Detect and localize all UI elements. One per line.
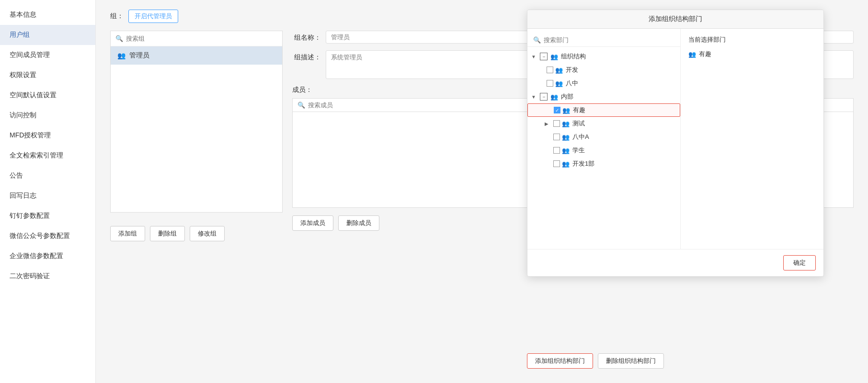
tree-node-icon-0: 👥	[550, 53, 558, 60]
search-group-input[interactable]	[126, 35, 277, 42]
tree-node-icon-6: 👥	[562, 134, 570, 141]
sidebar-item-basic-info[interactable]: 基本信息	[0, 5, 95, 25]
tree-node-8[interactable]: 👥开发1部	[527, 157, 680, 170]
tree-checkbox-4[interactable]: ✓	[554, 107, 560, 113]
sidebar-item-writeback-log[interactable]: 回写日志	[0, 186, 95, 206]
modify-group-button[interactable]: 修改组	[190, 226, 225, 241]
delete-member-button[interactable]: 删除成员	[338, 215, 379, 231]
tree-node-3[interactable]: ▼－👥内部	[527, 90, 680, 103]
tree-node-icon-1: 👥	[555, 67, 563, 74]
tree-node-0[interactable]: ▼－👥组织结构	[527, 50, 680, 63]
tree-checkbox-7[interactable]	[553, 147, 560, 154]
tree-toggle-btn-3[interactable]: －	[540, 93, 548, 101]
search-group-icon: 🔍	[115, 35, 123, 42]
confirm-button[interactable]: 确定	[783, 255, 816, 270]
search-group-box: 🔍	[111, 31, 282, 46]
tree-node-2[interactable]: 👥八中	[527, 77, 680, 90]
group-desc-label: 组描述：	[292, 50, 321, 62]
sidebar-item-second-password[interactable]: 二次密码验证	[0, 266, 95, 286]
add-org-dept-popup: 添加组织结构部门 🔍 ▼－👥组织结构👥开发👥八中▼－👥内部✓👥有趣▶👥测试👥八中…	[527, 10, 824, 277]
popup-tree-panel: 🔍 ▼－👥组织结构👥开发👥八中▼－👥内部✓👥有趣▶👥测试👥八中A👥学生👥开发1部	[527, 29, 681, 249]
tree-node-5[interactable]: ▶👥测试	[527, 117, 680, 130]
group-name-label: 组名称：	[292, 31, 321, 42]
right-item-0: 👥有趣	[688, 50, 816, 58]
tree-node-4[interactable]: ✓👥有趣	[527, 103, 680, 117]
tree-node-label-7: 学生	[572, 146, 585, 155]
group-list-panel: 🔍 👥 管理员	[110, 31, 283, 213]
main-content: 组： 开启代管理员 🔍 👥 管理员 组名称： 组描述：	[96, 0, 868, 383]
add-org-dept-button[interactable]: 添加组织结构部门	[527, 353, 593, 369]
add-group-button[interactable]: 添加组	[110, 226, 145, 241]
popup-right-title: 当前选择部门	[688, 35, 816, 44]
right-item-label-0: 有趣	[699, 50, 711, 58]
tree-node-icon-5: 👥	[562, 120, 570, 127]
tree-node-label-3: 内部	[561, 92, 573, 101]
right-item-icon-0: 👥	[688, 51, 696, 58]
tree-checkbox-8[interactable]	[553, 160, 560, 167]
tree-node-6[interactable]: 👥八中A	[527, 130, 680, 144]
tree-checkbox-2[interactable]	[547, 80, 553, 87]
tree-node-icon-7: 👥	[562, 147, 570, 154]
sidebar-item-access-control[interactable]: 访问控制	[0, 105, 95, 125]
sidebar-item-dingtalk-config[interactable]: 钉钉参数配置	[0, 206, 95, 226]
popup-search-input[interactable]	[544, 36, 674, 44]
sidebar-item-mfd-auth[interactable]: MFD授权管理	[0, 125, 95, 146]
tree-checkbox-6[interactable]	[553, 134, 560, 140]
people-icon: 👥	[117, 52, 126, 59]
org-dept-btn-row: 添加组织结构部门 删除组织结构部门	[527, 353, 664, 369]
group-list-item-manager[interactable]: 👥 管理员	[111, 46, 282, 65]
group-label: 组：	[110, 12, 124, 21]
tree-arrow-3: ▼	[531, 94, 538, 100]
right-items-container: 👥有趣	[688, 50, 816, 58]
group-name-manager: 管理员	[129, 51, 149, 60]
sidebar-item-enterprise-wechat[interactable]: 企业微信参数配置	[0, 246, 95, 266]
tree-node-label-4: 有趣	[573, 106, 585, 114]
tree-node-label-0: 组织结构	[561, 52, 586, 61]
sidebar-item-permission[interactable]: 权限设置	[0, 65, 95, 85]
sidebar-item-user-group[interactable]: 用户组	[0, 25, 95, 45]
tree-node-7[interactable]: 👥学生	[527, 144, 680, 157]
tree-arrow-5: ▶	[545, 121, 551, 126]
sidebar-item-space-default[interactable]: 空间默认值设置	[0, 85, 95, 105]
tree-node-label-1: 开发	[566, 66, 578, 74]
popup-search-box: 🔍	[527, 34, 680, 47]
tree-node-icon-2: 👥	[555, 80, 563, 87]
popup-body: 🔍 ▼－👥组织结构👥开发👥八中▼－👥内部✓👥有趣▶👥测试👥八中A👥学生👥开发1部…	[527, 29, 823, 249]
sidebar-item-wechat-config[interactable]: 微信公众号参数配置	[0, 226, 95, 246]
delete-group-button[interactable]: 删除组	[150, 226, 185, 241]
tree-node-1[interactable]: 👥开发	[527, 63, 680, 77]
tree-toggle-btn-0[interactable]: －	[540, 53, 548, 60]
tree-node-label-8: 开发1部	[572, 159, 594, 168]
tree-node-label-6: 八中A	[572, 133, 589, 141]
tree-checkbox-1[interactable]	[547, 67, 553, 73]
sidebar-item-announcement[interactable]: 公告	[0, 166, 95, 186]
search-member-icon: 🔍	[297, 101, 305, 109]
sidebar: 基本信息用户组空间成员管理权限设置空间默认值设置访问控制MFD授权管理全文检索索…	[0, 0, 96, 383]
tree-node-icon-3: 👥	[550, 93, 558, 101]
popup-search-icon: 🔍	[533, 36, 541, 44]
sidebar-item-space-member[interactable]: 空间成员管理	[0, 45, 95, 65]
tree-node-icon-4: 👥	[562, 107, 570, 114]
delete-org-dept-button[interactable]: 删除组织结构部门	[598, 353, 664, 369]
tree-checkbox-5[interactable]	[553, 120, 560, 127]
group-tag-button[interactable]: 开启代管理员	[128, 10, 178, 23]
tree-arrow-0: ▼	[531, 54, 538, 59]
tree-node-label-2: 八中	[566, 79, 578, 88]
popup-footer: 确定	[527, 249, 823, 276]
popup-right-panel: 当前选择部门 👥有趣	[681, 29, 823, 249]
sidebar-item-fulltext-search[interactable]: 全文检索索引管理	[0, 146, 95, 166]
tree-node-icon-8: 👥	[562, 160, 570, 168]
tree-node-label-5: 测试	[572, 119, 585, 128]
popup-header: 添加组织结构部门	[527, 10, 823, 29]
tree-container: ▼－👥组织结构👥开发👥八中▼－👥内部✓👥有趣▶👥测试👥八中A👥学生👥开发1部	[527, 50, 680, 170]
add-member-button[interactable]: 添加成员	[292, 215, 333, 231]
